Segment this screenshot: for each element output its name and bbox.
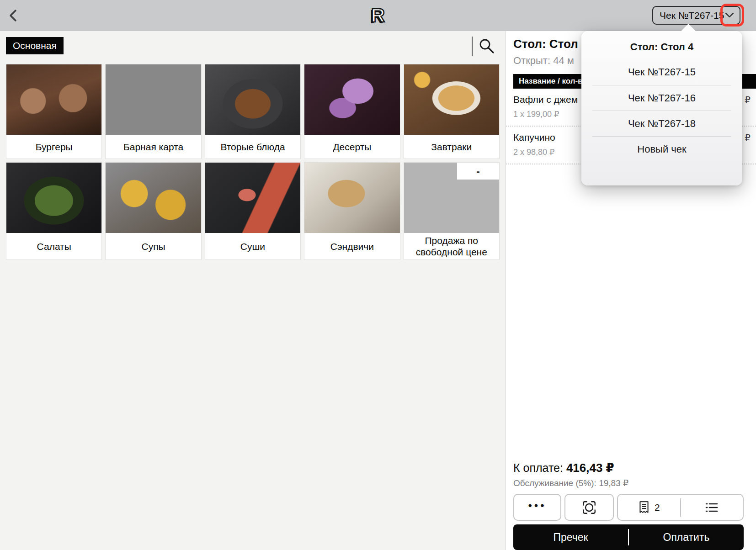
scan-icon <box>581 500 597 515</box>
category-label: Завтраки <box>404 135 499 159</box>
category-grid: Бургеры Барная карта Вторые блюда Десе <box>6 64 500 260</box>
totals-block: К оплате: 416,43 ₽ Обслуживание (5%): 19… <box>513 461 744 488</box>
open-checks-button[interactable]: 2 <box>618 495 680 520</box>
item-price: ₽ <box>745 132 751 143</box>
scan-button[interactable] <box>564 494 614 521</box>
category-label: Салаты <box>6 233 101 259</box>
category-label: Десерты <box>304 135 399 159</box>
search-button[interactable] <box>478 37 496 56</box>
list-icon <box>704 502 719 513</box>
ellipsis-icon: ••• <box>528 499 546 512</box>
category-photo <box>304 163 399 233</box>
popover-check-option[interactable]: Чек №Т267-16 <box>592 85 731 111</box>
receipt-icon <box>638 501 650 514</box>
more-actions-button[interactable]: ••• <box>513 494 561 521</box>
top-bar: R Чек №Т267-15 <box>0 0 756 31</box>
popover-option-label: Новый чек <box>637 143 686 155</box>
pos-app: R Чек №Т267-15 Основная <box>0 0 756 550</box>
category-tile[interactable]: Вторые блюда <box>205 64 301 159</box>
category-photo <box>106 163 201 233</box>
popover-arrow <box>681 24 696 32</box>
order-list-button[interactable] <box>681 495 743 520</box>
check-selector-popover: Стол: Стол 4 Чек №Т267-15 Чек №Т267-16 Ч… <box>581 31 742 185</box>
popover-title: Стол: Стол 4 <box>581 41 742 59</box>
popover-check-option[interactable]: Новый чек <box>592 136 731 162</box>
chevron-down-icon <box>725 12 734 18</box>
category-tile[interactable]: Бургеры <box>6 64 102 159</box>
item-price: ₽ <box>745 94 751 105</box>
pay-button[interactable]: Оплатить <box>629 531 744 544</box>
check-selector-button[interactable]: Чек №Т267-15 <box>652 6 740 25</box>
category-photo: - <box>404 163 499 233</box>
item-name: Вафли с джем <box>513 94 578 105</box>
category-tab-main[interactable]: Основная <box>6 37 64 54</box>
category-photo <box>205 64 300 135</box>
category-tile[interactable]: Барная карта <box>105 64 201 159</box>
category-label: Вторые блюда <box>205 135 300 159</box>
category-tile[interactable]: Завтраки <box>404 64 500 159</box>
category-tile[interactable]: Десерты <box>304 64 400 159</box>
category-label: Сэндвичи <box>304 233 399 259</box>
category-tile[interactable]: Сэндвичи <box>304 162 400 260</box>
popover-check-option[interactable]: Чек №Т267-15 <box>592 59 731 85</box>
category-tile[interactable]: Салаты <box>6 162 102 260</box>
total-value: 416,43 ₽ <box>566 461 614 475</box>
category-label: Барная карта <box>106 135 201 159</box>
category-label: Суши <box>205 233 300 259</box>
category-photo <box>404 64 499 135</box>
menu-area: Основная Бургеры Ба <box>0 31 506 550</box>
tile-badge: - <box>457 163 499 180</box>
category-tile[interactable]: Суши <box>205 162 301 260</box>
brand-logo: R <box>0 5 756 26</box>
popover-option-label: Чек №Т267-16 <box>628 92 696 104</box>
category-photo <box>6 64 101 135</box>
category-photo <box>6 163 101 233</box>
popover-option-label: Чек №Т267-18 <box>628 118 696 130</box>
total-label: К оплате: <box>513 461 563 474</box>
receipt-count: 2 <box>655 502 660 513</box>
category-photo <box>106 64 201 135</box>
checks-list-button: 2 <box>617 494 744 521</box>
service-fee-line: Обслуживание (5%): 19,83 ₽ <box>513 478 744 488</box>
category-label: Бургеры <box>6 135 101 159</box>
actions-row: ••• <box>513 494 744 521</box>
popover-option-label: Чек №Т267-15 <box>628 66 696 78</box>
pay-bar: Пречек Оплатить <box>513 524 744 550</box>
precheck-button[interactable]: Пречек <box>513 531 628 544</box>
category-photo <box>205 163 300 233</box>
check-selector-label: Чек №Т267-15 <box>660 10 724 21</box>
popover-check-option[interactable]: Чек №Т267-18 <box>592 111 731 136</box>
category-tile[interactable]: - Продажа по свободной цене <box>404 162 500 260</box>
category-tile[interactable]: Супы <box>105 162 201 260</box>
item-name: Капучино <box>513 132 555 143</box>
search-divider <box>472 37 473 56</box>
category-photo <box>304 64 399 135</box>
category-label: Продажа по свободной цене <box>404 233 499 259</box>
search-icon <box>478 37 496 55</box>
category-label: Супы <box>106 233 201 259</box>
